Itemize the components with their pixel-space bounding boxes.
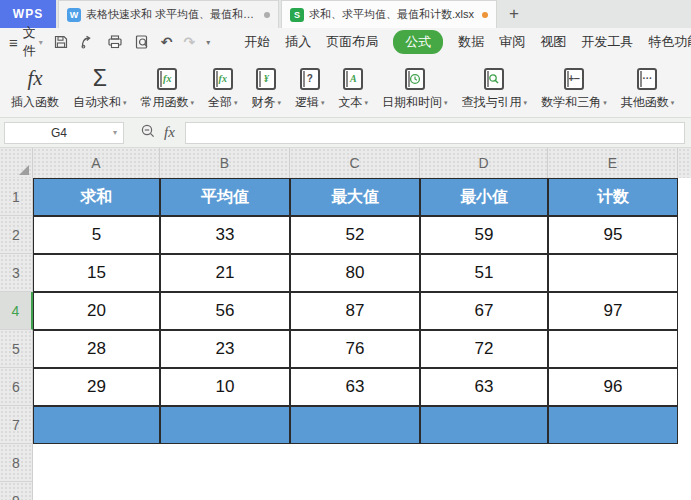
save-icon[interactable] (53, 34, 69, 50)
cell-C7[interactable] (290, 406, 420, 444)
col-header-B[interactable]: B (160, 148, 290, 178)
cell-C1[interactable]: 最大值 (290, 178, 420, 216)
menu-item-页面布局[interactable]: 页面布局 (326, 33, 378, 51)
logical-functions-button[interactable]: ?逻辑▾ (288, 60, 332, 115)
col-header-C[interactable]: C (290, 148, 420, 178)
cell-D4[interactable]: 67 (420, 292, 548, 330)
cell-E6[interactable]: 96 (548, 368, 678, 406)
formula-input[interactable] (185, 122, 685, 144)
row-header-5[interactable]: 5 (0, 330, 33, 368)
text-functions-button[interactable]: A文本▾ (332, 60, 376, 115)
dropdown-caret-icon[interactable]: ▾ (671, 99, 675, 107)
row-header-6[interactable]: 6 (0, 368, 33, 406)
row-header-3[interactable]: 3 (0, 254, 33, 292)
cell-E4[interactable]: 97 (548, 292, 678, 330)
all-functions-button[interactable]: fx全部▾ (201, 60, 245, 115)
tab-close-dot-icon[interactable] (264, 12, 270, 18)
row-header-7[interactable]: 7 (0, 406, 33, 444)
cell-B6[interactable]: 10 (160, 368, 290, 406)
menu-item-插入[interactable]: 插入 (285, 33, 311, 51)
menu-item-视图[interactable]: 视图 (540, 33, 566, 51)
cell-D7[interactable] (420, 406, 548, 444)
cell-E2[interactable]: 95 (548, 216, 678, 254)
dropdown-caret-icon[interactable]: ▾ (278, 99, 282, 107)
fx-icon[interactable]: fx (164, 124, 175, 141)
common-functions-button[interactable]: fx常用函数▾ (134, 60, 202, 115)
col-header-A[interactable]: A (33, 148, 160, 178)
insert-function-button[interactable]: fx插入函数 (4, 60, 66, 115)
dropdown-caret-icon[interactable]: ▾ (234, 99, 238, 107)
dropdown-caret-icon[interactable]: ▾ (603, 99, 607, 107)
cell-B7[interactable] (160, 406, 290, 444)
row-header-8[interactable]: 8 (0, 444, 33, 482)
cell-E7[interactable] (548, 406, 678, 444)
cell-A1[interactable]: 求和 (33, 178, 160, 216)
cell-B3[interactable]: 21 (160, 254, 290, 292)
menu-item-特色功能[interactable]: 特色功能 (648, 33, 691, 51)
cell-B1[interactable]: 平均值 (160, 178, 290, 216)
cell-A3[interactable]: 15 (33, 254, 160, 292)
row-header-1[interactable]: 1 (0, 178, 33, 216)
cell-E5[interactable] (548, 330, 678, 368)
dropdown-caret-icon[interactable]: ▾ (365, 99, 369, 107)
name-box[interactable]: G4 ▾ (4, 122, 124, 144)
cell-D5[interactable]: 72 (420, 330, 548, 368)
dropdown-caret-icon[interactable]: ▾ (321, 99, 325, 107)
dropdown-caret-icon[interactable]: ▾ (524, 99, 528, 107)
document-tab-spreadsheet[interactable]: S 求和、求平均值、最值和计数.xlsx (281, 0, 497, 28)
row-header-2[interactable]: 2 (0, 216, 33, 254)
zoom-out-icon[interactable] (140, 123, 156, 143)
cell-A7[interactable] (33, 406, 160, 444)
qat-more-icon[interactable]: ▾ (206, 38, 210, 47)
menu-item-开始[interactable]: 开始 (244, 33, 270, 51)
menu-item-开发工具[interactable]: 开发工具 (581, 33, 633, 51)
cell-C5[interactable]: 76 (290, 330, 420, 368)
lookup-reference-button[interactable]: 查找与引用▾ (455, 60, 535, 115)
more-functions-button[interactable]: ···其他函数▾ (614, 60, 682, 115)
cell-B4[interactable]: 56 (160, 292, 290, 330)
print-preview-icon[interactable] (134, 34, 150, 50)
export-icon[interactable] (80, 34, 96, 50)
dropdown-caret-icon[interactable]: ▾ (444, 99, 448, 107)
hamburger-icon[interactable]: ≡ (9, 34, 18, 51)
cell-E3[interactable] (548, 254, 678, 292)
col-header-D[interactable]: D (420, 148, 548, 178)
col-header-E[interactable]: E (548, 148, 678, 178)
table-row: 28237672 (33, 330, 678, 368)
name-box-caret-icon[interactable]: ▾ (113, 128, 123, 137)
cell-B2[interactable]: 33 (160, 216, 290, 254)
undo-icon[interactable]: ↶ (161, 34, 173, 50)
row-header-4[interactable]: 4 (0, 292, 33, 330)
datetime-functions-button[interactable]: 日期和时间▾ (375, 60, 455, 115)
select-all-corner[interactable] (0, 148, 33, 178)
new-tab-button[interactable]: + (497, 0, 531, 28)
cell-D1[interactable]: 最小值 (420, 178, 548, 216)
cell-A6[interactable]: 29 (33, 368, 160, 406)
cell-D2[interactable]: 59 (420, 216, 548, 254)
row-header-9[interactable]: 9 (0, 482, 33, 500)
cell-D3[interactable]: 51 (420, 254, 548, 292)
menu-item-审阅[interactable]: 审阅 (499, 33, 525, 51)
cell-D6[interactable]: 63 (420, 368, 548, 406)
file-menu-caret-icon[interactable]: ▾ (39, 38, 43, 47)
file-menu[interactable]: 文件 (23, 24, 36, 60)
dropdown-caret-icon[interactable]: ▾ (191, 99, 195, 107)
cell-C6[interactable]: 63 (290, 368, 420, 406)
document-tab-writer[interactable]: W 表格快速求和 求平均值、最值和计数 (58, 0, 279, 28)
menu-item-数据[interactable]: 数据 (458, 33, 484, 51)
cell-C4[interactable]: 87 (290, 292, 420, 330)
dropdown-caret-icon[interactable]: ▾ (123, 99, 127, 107)
cell-B5[interactable]: 23 (160, 330, 290, 368)
sheet-area: ABCDE 123456789 求和平均值最大值最小值计数53352599515… (0, 148, 691, 500)
cell-C2[interactable]: 52 (290, 216, 420, 254)
autosum-button[interactable]: Σ自动求和▾ (66, 60, 134, 115)
cell-E1[interactable]: 计数 (548, 178, 678, 216)
cell-A5[interactable]: 28 (33, 330, 160, 368)
menu-item-公式[interactable]: 公式 (393, 30, 443, 54)
cell-A2[interactable]: 5 (33, 216, 160, 254)
math-trig-button[interactable]: +‒数学和三角▾ (534, 60, 614, 115)
financial-functions-button[interactable]: ¥财务▾ (245, 60, 289, 115)
print-icon[interactable] (107, 34, 123, 50)
cell-A4[interactable]: 20 (33, 292, 160, 330)
cell-C3[interactable]: 80 (290, 254, 420, 292)
